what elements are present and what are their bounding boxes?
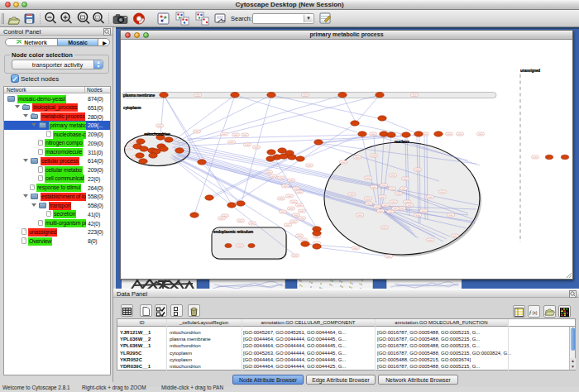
svg-text:cytoplasm: cytoplasm <box>123 106 141 110</box>
svg-text:nucleus: nucleus <box>395 139 409 144</box>
svg-text:mitochondrion: mitochondrion <box>144 132 170 136</box>
svg-text:plasma membrane: plasma membrane <box>123 93 156 98</box>
svg-text:endoplasmic reticulum: endoplasmic reticulum <box>213 230 253 234</box>
svg-text:unassigned: unassigned <box>520 69 540 73</box>
svg-text:(x): (x) <box>533 310 538 315</box>
